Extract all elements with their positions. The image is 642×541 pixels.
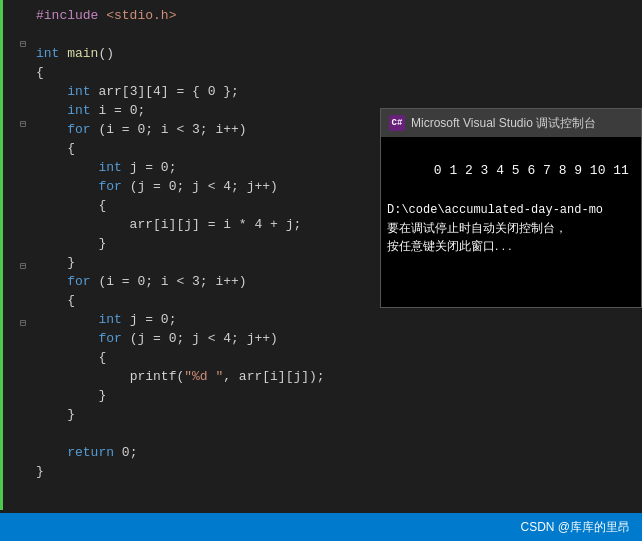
console-body: 0 1 2 3 4 5 6 7 8 9 10 11 D:\code\accumu… bbox=[381, 137, 641, 259]
code-line: for (i = 0; i < 3; i++) bbox=[36, 120, 375, 139]
code-line: { bbox=[36, 291, 375, 310]
status-text: CSDN @库库的里昂 bbox=[520, 519, 630, 536]
status-bar: CSDN @库库的里昂 bbox=[0, 513, 642, 541]
code-line: { bbox=[36, 348, 375, 367]
console-title: Microsoft Visual Studio 调试控制台 bbox=[411, 115, 596, 132]
code-line: for (j = 0; j < 4; j++) bbox=[36, 329, 375, 348]
code-line: int j = 0; bbox=[36, 158, 375, 177]
code-line: { bbox=[36, 63, 375, 82]
code-line: for (j = 0; j < 4; j++) bbox=[36, 177, 375, 196]
console-msg1: 要在调试停止时自动关闭控制台， bbox=[387, 219, 635, 237]
code-line: printf("%d ", arr[i][j]); bbox=[36, 367, 375, 386]
code-line: } bbox=[36, 234, 375, 253]
code-lines: #include <stdio.h> int main() { int arr[… bbox=[0, 0, 375, 510]
code-line: int main() bbox=[36, 44, 375, 63]
code-line: int j = 0; bbox=[36, 310, 375, 329]
console-window: C# Microsoft Visual Studio 调试控制台 0 1 2 3… bbox=[380, 108, 642, 308]
console-output-numbers: 0 1 2 3 4 5 6 7 8 9 10 11 bbox=[387, 141, 635, 201]
code-line: } bbox=[36, 405, 375, 424]
code-line: } bbox=[36, 462, 375, 481]
console-titlebar: C# Microsoft Visual Studio 调试控制台 bbox=[381, 109, 641, 137]
code-line bbox=[36, 424, 375, 443]
code-line: int arr[3][4] = { 0 }; bbox=[36, 82, 375, 101]
console-msg2: 按任意键关闭此窗口. . . bbox=[387, 237, 635, 255]
code-line: { bbox=[36, 139, 375, 158]
console-path: D:\code\accumulated-day-and-mo bbox=[387, 201, 635, 219]
code-line: } bbox=[36, 253, 375, 272]
code-line: #include <stdio.h> bbox=[36, 6, 375, 25]
vs-icon: C# bbox=[389, 115, 405, 131]
code-editor: ⊟ ⊟ ⊟ ⊟ #include <stdio.h> int main() { … bbox=[0, 0, 375, 541]
code-line: arr[i][j] = i * 4 + j; bbox=[36, 215, 375, 234]
code-line: return 0; bbox=[36, 443, 375, 462]
code-line bbox=[36, 25, 375, 44]
code-line: for (i = 0; i < 3; i++) bbox=[36, 272, 375, 291]
code-line: } bbox=[36, 386, 375, 405]
code-line: { bbox=[36, 196, 375, 215]
code-line: int i = 0; bbox=[36, 101, 375, 120]
